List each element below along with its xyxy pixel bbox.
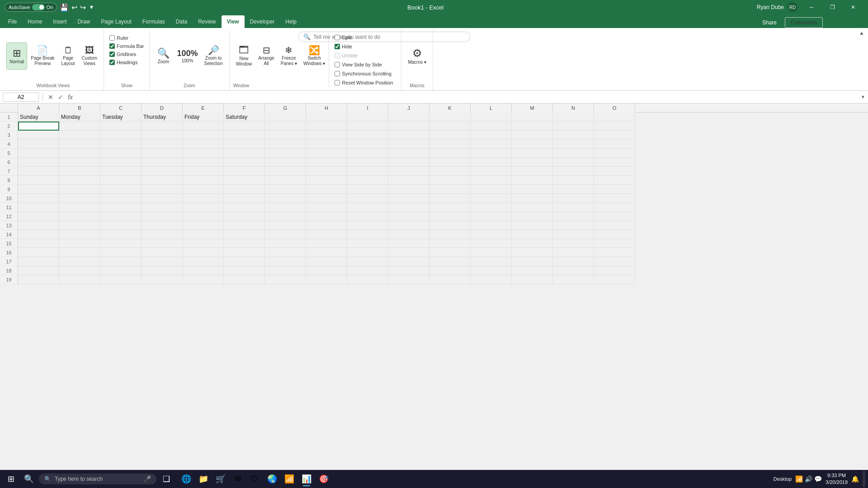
cell-n4[interactable] [553, 140, 594, 149]
cell-o16[interactable] [594, 248, 635, 257]
formula-bar-check[interactable] [109, 43, 115, 49]
notification-center-icon[interactable]: 💬 [814, 475, 822, 483]
cell-d4[interactable] [142, 140, 183, 149]
cell-e8[interactable] [183, 176, 224, 185]
cell-m5[interactable] [512, 149, 553, 158]
cell-f5[interactable] [224, 149, 265, 158]
cell-g15[interactable] [265, 239, 306, 248]
desktop-label[interactable]: Desktop [774, 476, 792, 482]
hide-check[interactable] [335, 44, 340, 49]
cell-o5[interactable] [594, 149, 635, 158]
cell-f19[interactable] [224, 275, 265, 284]
cell-i7[interactable] [347, 167, 388, 176]
confirm-icon[interactable]: ✓ [57, 94, 65, 101]
cell-g7[interactable] [265, 167, 306, 176]
cell-d11[interactable] [142, 203, 183, 212]
cell-e18[interactable] [183, 266, 224, 275]
fx-label[interactable]: fx [66, 94, 74, 101]
cell-j15[interactable] [388, 239, 429, 248]
hide-button[interactable]: Hide [332, 42, 396, 51]
cell-f16[interactable] [224, 248, 265, 257]
formula-input[interactable] [76, 93, 859, 101]
cell-l14[interactable] [471, 230, 512, 239]
cell-k8[interactable] [429, 176, 471, 185]
col-header-l[interactable]: L [471, 103, 512, 113]
cell-l6[interactable] [471, 158, 512, 167]
cell-o9[interactable] [594, 185, 635, 194]
cell-f8[interactable] [224, 176, 265, 185]
cell-m7[interactable] [512, 167, 553, 176]
tab-formulas[interactable]: Formulas [137, 15, 170, 28]
cell-a15[interactable] [18, 239, 59, 248]
cell-c1[interactable]: Tuesday [100, 113, 142, 122]
cell-g1[interactable] [265, 113, 306, 122]
cell-g4[interactable] [265, 140, 306, 149]
cell-n17[interactable] [553, 257, 594, 266]
cell-k18[interactable] [429, 266, 471, 275]
close-button[interactable]: ✕ [843, 0, 863, 14]
cell-o6[interactable] [594, 158, 635, 167]
col-header-f[interactable]: F [224, 103, 265, 113]
normal-view-button[interactable]: ⊞ Normal [6, 42, 27, 70]
cortana-search-icon[interactable]: 🔍 [21, 471, 37, 487]
cell-l12[interactable] [471, 212, 512, 221]
row-num-1[interactable]: 1 [0, 113, 18, 122]
cell-g16[interactable] [265, 248, 306, 257]
cell-f13[interactable] [224, 221, 265, 230]
cell-a11[interactable] [18, 203, 59, 212]
ribbon-collapse-button[interactable]: ▲ [859, 30, 864, 36]
cell-c7[interactable] [100, 167, 142, 176]
cell-a2[interactable] [18, 122, 59, 131]
cell-g12[interactable] [265, 212, 306, 221]
freeze-panes-button[interactable]: ❄ FreezePanes ▾ [278, 42, 300, 70]
cell-b19[interactable] [59, 275, 100, 284]
cell-g18[interactable] [265, 266, 306, 275]
cell-n2[interactable] [553, 122, 594, 131]
cell-m3[interactable] [512, 131, 553, 140]
cell-c4[interactable] [100, 140, 142, 149]
row-num-13[interactable]: 13 [0, 221, 18, 230]
cell-i14[interactable] [347, 230, 388, 239]
cell-j4[interactable] [388, 140, 429, 149]
cell-a19[interactable] [18, 275, 59, 284]
cell-e4[interactable] [183, 140, 224, 149]
cell-l19[interactable] [471, 275, 512, 284]
cell-e6[interactable] [183, 158, 224, 167]
cell-n3[interactable] [553, 131, 594, 140]
share-button[interactable]: Share [757, 18, 782, 28]
restore-button[interactable]: ❐ [822, 0, 843, 14]
taskbar-app-shield[interactable]: 🛡 [247, 471, 263, 487]
cell-g9[interactable] [265, 185, 306, 194]
cell-o8[interactable] [594, 176, 635, 185]
cell-n5[interactable] [553, 149, 594, 158]
zoom-button[interactable]: 🔍 Zoom [153, 42, 173, 70]
cell-a4[interactable] [18, 140, 59, 149]
cell-g14[interactable] [265, 230, 306, 239]
cell-l3[interactable] [471, 131, 512, 140]
cell-o2[interactable] [594, 122, 635, 131]
col-header-j[interactable]: J [388, 103, 429, 113]
cell-e1[interactable]: Friday [183, 113, 224, 122]
col-header-a[interactable]: A [18, 103, 59, 113]
formula-bar-checkbox[interactable]: Formula Bar [108, 42, 146, 50]
cell-h19[interactable] [306, 275, 347, 284]
cell-g13[interactable] [265, 221, 306, 230]
cell-b12[interactable] [59, 212, 100, 221]
taskbar-clock[interactable]: 9:33 PM 3/20/2019 [826, 472, 848, 486]
cell-o10[interactable] [594, 194, 635, 203]
cell-n6[interactable] [553, 158, 594, 167]
cell-b11[interactable] [59, 203, 100, 212]
cell-h1[interactable] [306, 113, 347, 122]
cell-b6[interactable] [59, 158, 100, 167]
cell-d2[interactable] [142, 122, 183, 131]
row-num-9[interactable]: 9 [0, 185, 18, 194]
switch-windows-button[interactable]: 🔀 SwitchWindows ▾ [301, 42, 328, 70]
cell-e3[interactable] [183, 131, 224, 140]
cell-j1[interactable] [388, 113, 429, 122]
cell-g8[interactable] [265, 176, 306, 185]
cell-e17[interactable] [183, 257, 224, 266]
row-num-5[interactable]: 5 [0, 149, 18, 158]
cell-b14[interactable] [59, 230, 100, 239]
cell-n19[interactable] [553, 275, 594, 284]
cell-j2[interactable] [388, 122, 429, 131]
